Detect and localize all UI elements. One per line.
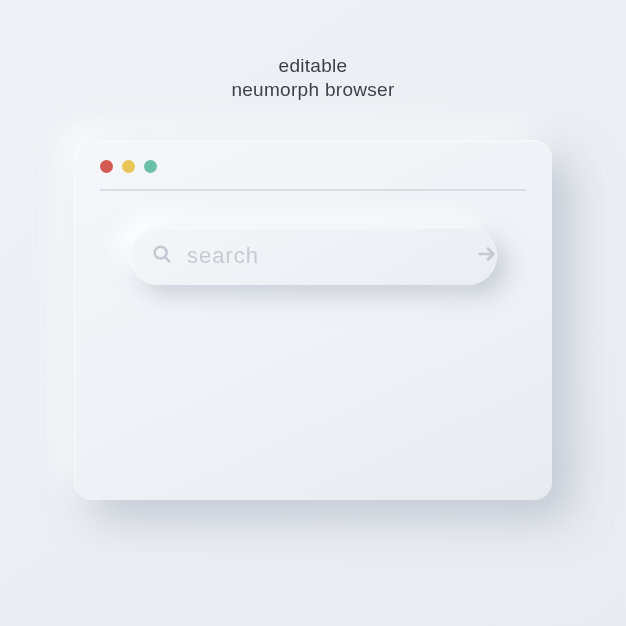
arrow-right-icon[interactable] [476, 243, 498, 269]
browser-window [74, 140, 552, 500]
toolbar-divider [100, 189, 526, 191]
minimize-button[interactable] [122, 160, 135, 173]
window-controls [100, 160, 526, 173]
page-heading: editable neumorph browser [231, 54, 394, 102]
search-input[interactable] [187, 243, 462, 269]
close-button[interactable] [100, 160, 113, 173]
search-icon [151, 243, 173, 269]
heading-line-1: editable [231, 54, 394, 78]
svg-line-1 [165, 256, 169, 260]
search-bar[interactable] [129, 227, 497, 285]
maximize-button[interactable] [144, 160, 157, 173]
heading-line-2: neumorph browser [231, 78, 394, 102]
